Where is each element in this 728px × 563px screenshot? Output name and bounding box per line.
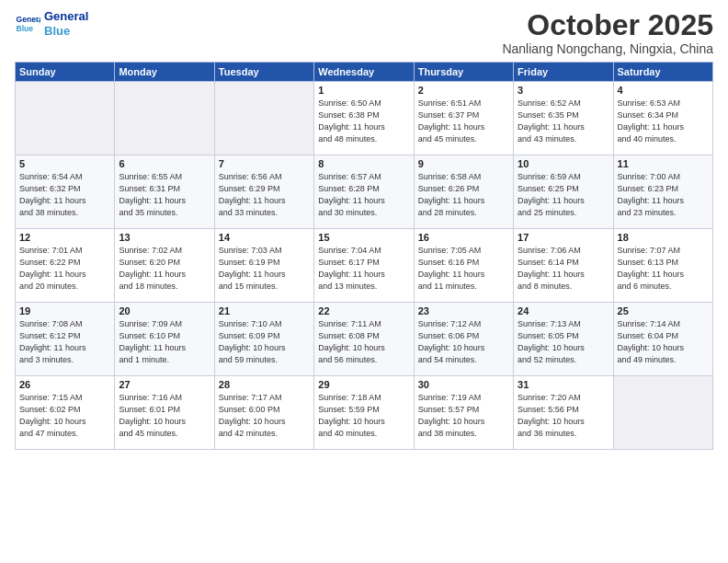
cell-text: Daylight: 10 hours [618, 342, 709, 354]
calendar-cell: 10Sunrise: 6:59 AMSunset: 6:25 PMDayligh… [514, 155, 613, 229]
cell-text: Sunrise: 7:01 AM [19, 245, 110, 257]
cell-text: Sunrise: 6:54 AM [19, 171, 110, 183]
cell-text: Daylight: 11 hours [418, 195, 509, 207]
cell-text: Sunrise: 7:09 AM [119, 318, 210, 330]
cell-text: Sunrise: 7:17 AM [219, 392, 310, 404]
cell-text: Daylight: 11 hours [418, 121, 509, 133]
cell-text: Daylight: 11 hours [518, 121, 609, 133]
page: General Blue General Blue October 2025 N… [0, 0, 728, 563]
calendar-cell: 19Sunrise: 7:08 AMSunset: 6:12 PMDayligh… [16, 303, 115, 376]
cell-text: and 18 minutes. [119, 281, 210, 293]
cell-text: Sunrise: 6:56 AM [219, 171, 310, 183]
cell-text: Sunrise: 6:57 AM [318, 171, 409, 183]
day-number: 9 [418, 158, 509, 169]
day-number: 24 [518, 305, 609, 316]
calendar-cell: 21Sunrise: 7:10 AMSunset: 6:09 PMDayligh… [214, 303, 313, 376]
day-number: 15 [318, 232, 409, 243]
calendar-cell: 3Sunrise: 6:52 AMSunset: 6:35 PMDaylight… [514, 82, 613, 155]
calendar-cell: 8Sunrise: 6:57 AMSunset: 6:28 PMDaylight… [314, 155, 414, 229]
cell-text: Daylight: 11 hours [318, 195, 409, 207]
cell-text: and 28 minutes. [418, 207, 509, 219]
cell-text: Sunset: 6:28 PM [318, 183, 409, 195]
cell-text: and 3 minutes. [19, 354, 110, 366]
cell-text: Sunset: 6:22 PM [19, 257, 110, 269]
day-number: 10 [518, 158, 609, 169]
cell-text: Sunset: 6:01 PM [119, 404, 210, 416]
cell-text: Sunset: 6:05 PM [518, 330, 609, 342]
calendar-cell: 11Sunrise: 7:00 AMSunset: 6:23 PMDayligh… [613, 155, 712, 229]
day-number: 5 [19, 158, 110, 169]
day-number: 22 [318, 305, 409, 316]
calendar-cell: 13Sunrise: 7:02 AMSunset: 6:20 PMDayligh… [115, 229, 214, 303]
cell-text: and 43 minutes. [518, 133, 609, 145]
calendar-cell: 29Sunrise: 7:18 AMSunset: 5:59 PMDayligh… [314, 376, 414, 450]
cell-text: Daylight: 10 hours [518, 342, 609, 354]
day-number: 3 [518, 85, 609, 96]
calendar-cell: 6Sunrise: 6:55 AMSunset: 6:31 PMDaylight… [115, 155, 214, 229]
cell-text: Sunset: 6:00 PM [219, 404, 310, 416]
cell-text: Daylight: 11 hours [618, 121, 709, 133]
day-number: 13 [119, 232, 210, 243]
cell-text: Daylight: 10 hours [19, 416, 110, 428]
cell-text: Sunrise: 7:20 AM [518, 392, 609, 404]
cell-text: Sunset: 6:04 PM [618, 330, 709, 342]
header-cell-thursday: Thursday [414, 63, 513, 82]
day-number: 12 [19, 232, 110, 243]
cell-text: Daylight: 10 hours [418, 342, 509, 354]
calendar-cell: 9Sunrise: 6:58 AMSunset: 6:26 PMDaylight… [414, 155, 513, 229]
cell-text: Daylight: 11 hours [219, 195, 310, 207]
cell-text: Sunrise: 6:59 AM [518, 171, 609, 183]
cell-text: Sunset: 6:13 PM [618, 257, 709, 269]
cell-text: and 40 minutes. [618, 133, 709, 145]
calendar-cell: 22Sunrise: 7:11 AMSunset: 6:08 PMDayligh… [314, 303, 414, 376]
cell-text: Sunrise: 7:10 AM [219, 318, 310, 330]
cell-text: and 8 minutes. [518, 281, 609, 293]
cell-text: Sunset: 6:06 PM [418, 330, 509, 342]
calendar-header: SundayMondayTuesdayWednesdayThursdayFrid… [16, 63, 713, 82]
cell-text: and 36 minutes. [518, 428, 609, 440]
month-title: October 2025 [502, 9, 713, 41]
header-cell-wednesday: Wednesday [314, 63, 414, 82]
cell-text: Sunrise: 7:02 AM [119, 245, 210, 257]
cell-text: Daylight: 10 hours [318, 416, 409, 428]
cell-text: Daylight: 11 hours [19, 195, 110, 207]
header-row: SundayMondayTuesdayWednesdayThursdayFrid… [16, 63, 713, 82]
day-number: 29 [318, 379, 409, 390]
day-number: 26 [19, 379, 110, 390]
cell-text: Sunrise: 7:13 AM [518, 318, 609, 330]
calendar-cell: 30Sunrise: 7:19 AMSunset: 5:57 PMDayligh… [414, 376, 513, 450]
cell-text: Daylight: 11 hours [119, 342, 210, 354]
cell-text: Sunrise: 7:11 AM [318, 318, 409, 330]
cell-text: Daylight: 11 hours [318, 121, 409, 133]
cell-text: Sunrise: 6:55 AM [119, 171, 210, 183]
cell-text: Daylight: 11 hours [19, 269, 110, 281]
day-number: 20 [119, 305, 210, 316]
calendar-cell: 17Sunrise: 7:06 AMSunset: 6:14 PMDayligh… [514, 229, 613, 303]
cell-text: Sunrise: 7:08 AM [19, 318, 110, 330]
cell-text: and 45 minutes. [119, 428, 210, 440]
cell-text: Sunset: 5:56 PM [518, 404, 609, 416]
calendar-cell: 25Sunrise: 7:14 AMSunset: 6:04 PMDayligh… [613, 303, 712, 376]
cell-text: and 52 minutes. [518, 354, 609, 366]
calendar-cell [16, 82, 115, 155]
cell-text: and 13 minutes. [318, 281, 409, 293]
cell-text: Sunset: 6:26 PM [418, 183, 509, 195]
cell-text: and 47 minutes. [19, 428, 110, 440]
cell-text: and 33 minutes. [219, 207, 310, 219]
calendar-cell [613, 376, 712, 450]
cell-text: Daylight: 10 hours [119, 416, 210, 428]
day-number: 8 [318, 158, 409, 169]
cell-text: Sunset: 6:10 PM [119, 330, 210, 342]
cell-text: and 42 minutes. [219, 428, 310, 440]
cell-text: and 15 minutes. [219, 281, 310, 293]
cell-text: and 11 minutes. [418, 281, 509, 293]
calendar-cell: 26Sunrise: 7:15 AMSunset: 6:02 PMDayligh… [16, 376, 115, 450]
cell-text: Sunrise: 7:05 AM [418, 245, 509, 257]
cell-text: and 30 minutes. [318, 207, 409, 219]
cell-text: Daylight: 10 hours [418, 416, 509, 428]
day-number: 7 [219, 158, 310, 169]
cell-text: Daylight: 10 hours [219, 342, 310, 354]
day-number: 21 [219, 305, 310, 316]
cell-text: Sunset: 6:09 PM [219, 330, 310, 342]
calendar-cell: 12Sunrise: 7:01 AMSunset: 6:22 PMDayligh… [16, 229, 115, 303]
